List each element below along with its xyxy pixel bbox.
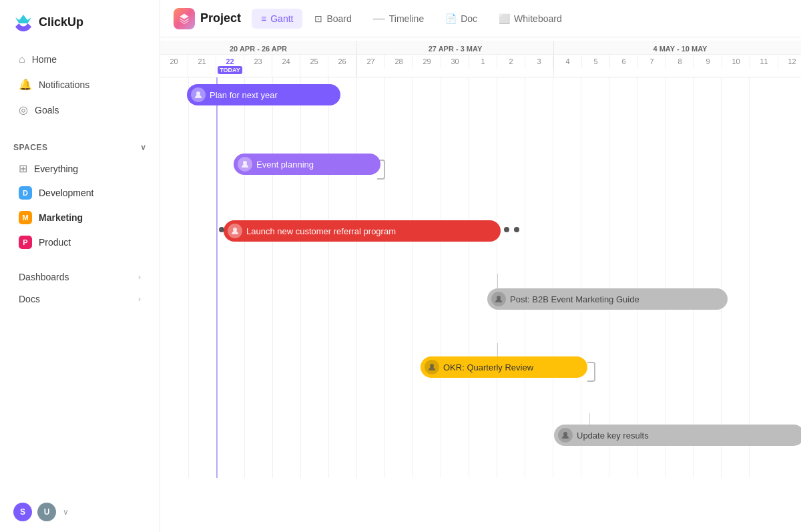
task-bar-event-planning[interactable]: Event planning — [234, 154, 380, 175]
sidebar-bottom-section: Dashboards › Docs › — [0, 266, 160, 310]
task-bar-okr[interactable]: OKR: Quarterly Review — [421, 356, 587, 378]
tab-board[interactable]: ⊡ Board — [305, 9, 360, 29]
week-3-label: 4 MAY - 10 MAY — [554, 41, 801, 55]
sidebar-item-goals-label: Goals — [35, 105, 59, 115]
spaces-label: Spaces — [13, 143, 47, 152]
task-label-update: Update key results — [577, 431, 649, 441]
sidebar-item-docs[interactable]: Docs › — [5, 288, 154, 310]
sidebar-item-development[interactable]: D Development — [5, 181, 154, 205]
development-badge: D — [19, 186, 32, 200]
task-bar-referral[interactable]: Launch new customer referral program — [224, 220, 501, 242]
sidebar-item-everything[interactable]: ⊞ Everything — [5, 157, 154, 180]
everything-label: Everything — [34, 164, 78, 174]
gantt-area: 20 APR - 26 APR 20 21 22 TODAY 23 24 25 … — [160, 37, 801, 532]
task-label-b2b: Post: B2B Event Marketing Guide — [510, 294, 639, 304]
day-6: 6 — [610, 55, 638, 68]
day-5: 5 — [582, 55, 610, 68]
project-icon — [174, 8, 195, 29]
avatar-dropdown-icon[interactable]: ∨ — [63, 507, 69, 517]
chevron-right-icon-docs: › — [138, 294, 141, 304]
development-label: Development — [39, 188, 94, 198]
day-25: 25 — [300, 55, 328, 77]
gantt-container: Plan for next year Event planning — [160, 77, 801, 478]
task-row-1: Plan for next year — [160, 77, 801, 112]
week-1-days: 20 21 22 TODAY 23 24 25 26 — [160, 55, 356, 77]
task-avatar-2 — [238, 157, 252, 172]
everything-icon: ⊞ — [19, 162, 27, 175]
tab-timeline-label: Timeline — [389, 13, 424, 24]
tab-gantt-label: Gantt — [270, 13, 293, 24]
task-row-2: Event planning — [160, 112, 801, 147]
sidebar-item-goals[interactable]: ◎ Goals — [5, 97, 154, 122]
tab-timeline[interactable]: — Timeline — [364, 7, 433, 30]
main-content: Project ≡ Gantt ⊡ Board — Timeline 📄 Doc… — [160, 0, 801, 532]
doc-icon: 📄 — [445, 13, 457, 24]
day-11: 11 — [750, 55, 778, 68]
task-label-plan: Plan for next year — [210, 90, 278, 100]
day-3: 3 — [525, 55, 553, 68]
task-label-okr: OKR: Quarterly Review — [443, 362, 533, 372]
dashboards-label: Dashboards — [19, 272, 69, 282]
sidebar-nav: ⌂ Home 🔔 Notifications ◎ Goals — [0, 44, 160, 125]
clickup-logo-icon — [13, 12, 33, 32]
day-30: 30 — [441, 55, 469, 68]
day-28: 28 — [385, 55, 413, 68]
user-avatar-1[interactable]: S — [13, 503, 32, 521]
sidebar-item-home[interactable]: ⌂ Home — [5, 47, 154, 71]
week-1-group: 20 APR - 26 APR 20 21 22 TODAY 23 24 25 … — [160, 41, 357, 77]
spaces-section: Spaces ∨ ⊞ Everything D Development M Ma… — [0, 136, 160, 255]
gantt-icon: ≡ — [261, 13, 266, 24]
week-2-label: 27 APR - 3 MAY — [357, 41, 553, 55]
task-row-4: Post: B2B Event Marketing Guide — [160, 182, 801, 216]
day-10: 10 — [722, 55, 750, 68]
whiteboard-icon: ⬜ — [499, 13, 510, 24]
day-2: 2 — [497, 55, 525, 68]
today-badge: TODAY — [218, 66, 242, 74]
toolbar: Project ≡ Gantt ⊡ Board — Timeline 📄 Doc… — [160, 0, 801, 37]
goals-icon: ◎ — [19, 103, 28, 116]
day-8: 8 — [666, 55, 694, 68]
tab-doc[interactable]: 📄 Doc — [436, 9, 487, 29]
product-label: Product — [39, 237, 71, 248]
day-22: 22 TODAY — [216, 55, 244, 77]
project-title: Project — [200, 11, 241, 25]
day-27: 27 — [357, 55, 385, 68]
sidebar-item-dashboards[interactable]: Dashboards › — [5, 266, 154, 288]
task-avatar-4 — [491, 292, 506, 306]
docs-label: Docs — [19, 294, 40, 304]
day-23: 23 — [244, 55, 272, 77]
task-avatar-3 — [228, 224, 242, 238]
board-icon: ⊡ — [314, 13, 322, 24]
tab-gantt[interactable]: ≡ Gantt — [252, 9, 302, 29]
tab-whiteboard[interactable]: ⬜ Whiteboard — [489, 9, 571, 29]
timeline-icon: — — [373, 11, 385, 25]
day-26: 26 — [328, 55, 356, 77]
task-bar-update-key-results[interactable]: Update key results — [554, 425, 801, 446]
week-1-label: 20 APR - 26 APR — [160, 41, 356, 55]
week-2-days: 27 28 29 30 1 2 3 — [357, 55, 553, 68]
spaces-header: Spaces ∨ — [0, 136, 160, 156]
week-3-group: 4 MAY - 10 MAY 4 5 6 7 8 9 10 11 12 — [554, 41, 801, 77]
task-avatar-5 — [425, 360, 439, 374]
task-avatar-6 — [558, 428, 573, 443]
sidebar-item-notifications[interactable]: 🔔 Notifications — [5, 72, 154, 97]
task-bar-plan-next-year[interactable]: Plan for next year — [187, 84, 340, 105]
chevron-down-icon[interactable]: ∨ — [140, 143, 147, 152]
day-29: 29 — [413, 55, 441, 68]
task-bar-b2b[interactable]: Post: B2B Event Marketing Guide — [487, 288, 728, 310]
week-3-days: 4 5 6 7 8 9 10 11 12 — [554, 55, 801, 68]
app-name: ClickUp — [39, 15, 83, 29]
user-avatar-2[interactable]: U — [37, 503, 56, 521]
task-row-6: Update key results — [160, 251, 801, 286]
sidebar-item-product[interactable]: P Product — [5, 230, 154, 254]
day-7: 7 — [638, 55, 666, 68]
chevron-right-icon: › — [138, 272, 141, 282]
logo: ClickUp — [0, 0, 160, 44]
product-badge: P — [19, 236, 32, 249]
tab-doc-label: Doc — [461, 13, 477, 24]
day-1: 1 — [469, 55, 497, 68]
sidebar-item-marketing[interactable]: M Marketing — [5, 206, 154, 230]
sidebar-item-notifications-label: Notifications — [39, 79, 89, 90]
gantt-body: Plan for next year Event planning — [160, 77, 801, 478]
task-label-event: Event planning — [256, 160, 314, 170]
